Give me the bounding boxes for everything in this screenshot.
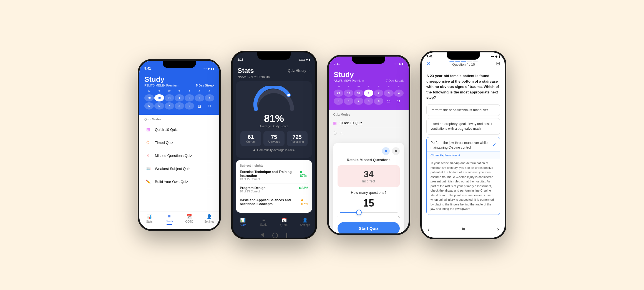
p2-nav-stats-label: Stats xyxy=(240,223,246,227)
dot-green-1 xyxy=(300,171,302,173)
qotd-icon: 📅 xyxy=(187,214,192,219)
quiz-mode-weakest[interactable]: 📖 Weakest Subject Quiz xyxy=(144,162,214,175)
gauge-percent: 81% xyxy=(240,113,308,124)
p3-cal-3[interactable]: 3 xyxy=(384,90,393,97)
p3-quick-icon: ▦ xyxy=(333,121,337,125)
cal-day-31[interactable]: 31 xyxy=(165,94,174,101)
q-prev-btn[interactable]: ‹ xyxy=(427,226,429,233)
p3-cal-7[interactable]: 7 xyxy=(354,98,363,105)
q-next-btn[interactable]: › xyxy=(497,226,499,233)
slider-track xyxy=(340,212,398,213)
p3-quick-quiz[interactable]: ▦ Quick 10 Quiz xyxy=(333,118,404,128)
cal-day-5[interactable]: 5 xyxy=(144,102,154,110)
quiz-mode-timed[interactable]: ⏱ Timed Quiz xyxy=(144,136,214,149)
p2-nav-study[interactable]: ≡ Study xyxy=(253,217,274,227)
question-text: A 23-year-old female patient is found un… xyxy=(426,73,500,100)
q-flag-icon[interactable]: ⚑ xyxy=(461,226,466,233)
p2-nav-qotd[interactable]: 📅 QOTD xyxy=(274,217,295,227)
p3-cal-8[interactable]: 8 xyxy=(364,98,373,105)
subject-pct-2: 83% xyxy=(299,186,308,190)
missed-quiz-icon: ✕ xyxy=(144,152,152,159)
nav-settings[interactable]: 👤 Settings xyxy=(199,214,219,225)
cal-day-29[interactable]: 29 xyxy=(144,94,154,101)
subject-row-2: Program Design 83% 10 of 13 Correct xyxy=(240,186,308,193)
nav-study[interactable]: ≡ Study xyxy=(159,214,179,225)
signal-4: ▪▪▪ xyxy=(491,55,494,58)
start-quiz-btn[interactable]: Start Quiz xyxy=(338,222,400,235)
p2-nav-settings[interactable]: 👤 Settings xyxy=(295,217,316,227)
stat-correct-num: 61 xyxy=(242,134,260,140)
answer-option-2[interactable]: Insert an oropharyngeal airway and assis… xyxy=(426,118,500,135)
p3-cal-31[interactable]: 31 xyxy=(354,90,363,97)
phone-retake: 9:41 ▪▪▪ ◈ ▮ Study ASWB MSW Premium 7 Da… xyxy=(327,55,410,235)
close-explanation-label: Close Explanation xyxy=(431,154,457,157)
modal-close-x-btn[interactable]: ✕ xyxy=(382,147,390,155)
p3-cal-5[interactable]: 5 xyxy=(334,98,343,105)
p3-cal-1[interactable]: 1 xyxy=(364,90,373,97)
p3-timed-quiz[interactable]: ⏱ T... xyxy=(333,128,404,138)
p3-quiz-title: Quiz Modes xyxy=(333,113,404,116)
quiz-mode-quick[interactable]: ▦ Quick 10 Quiz xyxy=(144,123,214,136)
phone3-cert: ASWB MSW Premium xyxy=(334,79,364,82)
cal-day-9[interactable]: 9 xyxy=(185,102,194,110)
cal-day-6[interactable]: 6 xyxy=(154,102,164,110)
p3-cal-29[interactable]: 29 xyxy=(334,90,343,97)
notch-2 xyxy=(257,52,291,60)
answer-text-2: Insert an oropharyngeal airway and assis… xyxy=(431,122,492,131)
p3-cal-11[interactable]: 11 xyxy=(394,98,404,105)
p2-settings-icon: 👤 xyxy=(302,217,308,223)
subject-row-1: Exercise Technique and Training Instruct… xyxy=(240,170,308,181)
stat-correct-label: Correct xyxy=(242,140,260,143)
cal-day-8[interactable]: 8 xyxy=(175,102,184,110)
p3-cal-6[interactable]: 6 xyxy=(344,98,353,105)
cal-day-2[interactable]: 2 xyxy=(185,94,194,101)
nav-qotd[interactable]: 📅 QOTD xyxy=(179,214,199,225)
wifi-3: ◈ xyxy=(399,62,401,65)
p3-cal-9[interactable]: 9 xyxy=(374,98,383,105)
quiz-history-link[interactable]: Quiz History → xyxy=(288,69,310,73)
stat-correct: 61 Correct xyxy=(240,131,261,146)
close-explanation-btn[interactable]: Close Explanation ∧ xyxy=(427,151,500,159)
modal-dismiss-btn[interactable]: ✕ xyxy=(392,147,400,155)
battery-3: ▮ xyxy=(402,62,404,65)
q-close-btn[interactable]: ✕ xyxy=(426,60,431,67)
p2-nav-stats[interactable]: 📊 Stats xyxy=(233,217,253,227)
cal-day-3[interactable]: 3 xyxy=(195,94,204,101)
cal-day-11[interactable]: 11 xyxy=(205,102,214,110)
cal-day-4[interactable]: 4 xyxy=(205,94,214,101)
subject-pct-3: 67% xyxy=(301,198,308,206)
p2-study-icon: ≡ xyxy=(262,217,265,222)
status-time-3: 9:41 xyxy=(334,62,340,65)
insights-title: Subject Insights xyxy=(240,164,308,167)
p2-stats-icon: 📊 xyxy=(240,217,246,223)
android-recent[interactable] xyxy=(286,233,287,238)
check-icon: ✓ xyxy=(492,142,496,148)
cal-day-10[interactable]: 10 xyxy=(195,102,204,110)
p3-timed-icon: ⏱ xyxy=(333,131,337,135)
p3-cal-2[interactable]: 2 xyxy=(374,90,383,97)
q-bookmark-icon[interactable]: ⊟ xyxy=(496,60,500,67)
cal-day-7[interactable]: 7 xyxy=(165,102,174,110)
subject-correct-1: 13 of 15 Correct xyxy=(240,178,308,181)
android-back[interactable] xyxy=(261,233,264,237)
avg-dot xyxy=(253,149,255,151)
day-label-w: W xyxy=(164,90,174,93)
p3-cal-4[interactable]: 4 xyxy=(394,90,404,97)
cal-day-1[interactable]: 1 xyxy=(175,94,184,101)
phone-question: 9:41 ▪▪▪ ◈ ▮ ✕ xyxy=(420,51,506,239)
p3-cal-30[interactable]: 30 xyxy=(344,90,353,97)
question-count: 15 xyxy=(338,197,400,209)
explanation-text: In your scene size-up and determination … xyxy=(427,159,500,215)
nav-stats[interactable]: 📊 Stats xyxy=(139,214,159,225)
android-home[interactable] xyxy=(272,233,278,238)
answer-option-1[interactable]: Perform the head-tilt/chin-lift maneuver xyxy=(426,104,500,116)
stat-remaining: 725 Remaining xyxy=(287,131,308,146)
p3-cal-10[interactable]: 10 xyxy=(384,98,393,105)
quiz-mode-custom[interactable]: ✏️ Build Your Own Quiz xyxy=(144,175,214,188)
notch-3 xyxy=(352,57,385,64)
weakest-quiz-icon: 📖 xyxy=(144,165,152,172)
quiz-mode-missed[interactable]: ✕ Missed Questions Quiz xyxy=(144,149,214,162)
slider-thumb[interactable] xyxy=(356,210,362,215)
cal-day-30[interactable]: 30 xyxy=(154,94,164,101)
missed-quiz-label: Missed Questions Quiz xyxy=(155,154,192,158)
